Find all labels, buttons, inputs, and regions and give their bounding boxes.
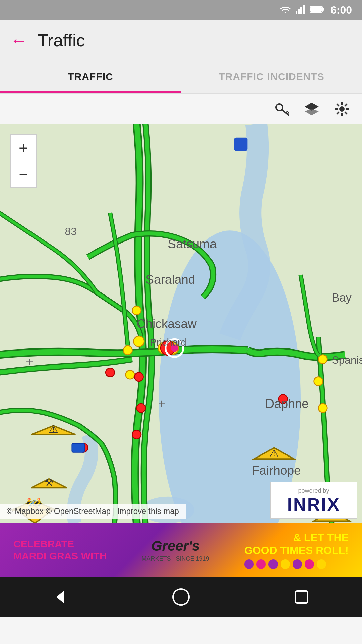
layers-button[interactable] bbox=[298, 96, 325, 122]
ad-brand: Greer's bbox=[151, 538, 200, 554]
svg-rect-3 bbox=[303, 5, 305, 14]
svg-point-36 bbox=[106, 368, 114, 377]
tab-traffic-incidents[interactable]: TRAFFIC INCIDENTS bbox=[181, 60, 362, 93]
svg-rect-71 bbox=[296, 591, 308, 603]
svg-text:Prichard: Prichard bbox=[150, 337, 186, 348]
battery-icon bbox=[310, 6, 324, 14]
header: ← Traffic bbox=[0, 20, 362, 60]
svg-text:Bay: Bay bbox=[332, 291, 352, 304]
svg-point-13 bbox=[339, 106, 345, 112]
map-container[interactable]: Satsuma Saraland Chickasaw Prichard Daph… bbox=[0, 124, 362, 523]
svg-point-39 bbox=[132, 430, 141, 439]
svg-text:+: + bbox=[26, 355, 33, 369]
status-icons bbox=[280, 5, 324, 15]
page-title: Traffic bbox=[38, 30, 85, 50]
ad-subtitle: MARKETS · SINCE 1919 bbox=[142, 555, 209, 562]
svg-line-20 bbox=[345, 104, 347, 106]
svg-point-28 bbox=[126, 370, 134, 379]
svg-rect-68 bbox=[234, 138, 248, 151]
svg-marker-69 bbox=[56, 590, 64, 604]
svg-point-25 bbox=[134, 336, 144, 347]
ad-beads bbox=[244, 559, 349, 569]
svg-point-38 bbox=[137, 404, 145, 412]
signal-icon bbox=[296, 5, 305, 15]
svg-rect-41 bbox=[72, 443, 84, 452]
svg-point-27 bbox=[123, 346, 132, 355]
svg-text:Chickasaw: Chickasaw bbox=[137, 317, 197, 331]
svg-line-19 bbox=[345, 112, 347, 114]
svg-text:Fairhope: Fairhope bbox=[252, 463, 301, 477]
nav-home-button[interactable] bbox=[168, 584, 194, 610]
svg-rect-0 bbox=[296, 11, 297, 14]
bead-gold bbox=[281, 559, 290, 569]
svg-line-21 bbox=[337, 112, 339, 114]
ad-right: & LET THE GOOD TIMES ROLL! bbox=[244, 531, 349, 569]
svg-text:Daphne: Daphne bbox=[265, 396, 309, 411]
status-bar: 6:00 bbox=[0, 0, 362, 20]
zoom-out-button[interactable]: − bbox=[10, 161, 37, 188]
tabs-container: TRAFFIC TRAFFIC INCIDENTS bbox=[0, 60, 362, 94]
bead-pink2 bbox=[305, 559, 314, 569]
svg-text:+: + bbox=[158, 396, 165, 411]
svg-line-9 bbox=[286, 111, 287, 113]
svg-text:⚒: ⚒ bbox=[45, 477, 53, 488]
svg-marker-12 bbox=[305, 109, 319, 115]
svg-text:Saraland: Saraland bbox=[145, 272, 195, 286]
bead-gold2 bbox=[317, 559, 326, 569]
nav-back-button[interactable] bbox=[47, 584, 74, 610]
bead-purple3 bbox=[293, 559, 302, 569]
ad-right-text: & LET THE GOOD TIMES ROLL! bbox=[244, 531, 349, 557]
ad-left: CELEBRATE MARDI GRAS WITH bbox=[13, 538, 107, 562]
zoom-in-button[interactable]: + bbox=[10, 134, 37, 161]
svg-point-32 bbox=[314, 377, 323, 386]
settings-button[interactable] bbox=[328, 96, 355, 122]
svg-line-8 bbox=[282, 110, 289, 115]
map-attribution: © Mapbox © OpenStreetMap | Improve this … bbox=[0, 504, 186, 519]
inrix-logo: powered by INRIX bbox=[270, 482, 357, 519]
ad-center: Greer's MARKETS · SINCE 1919 bbox=[142, 538, 209, 562]
svg-line-10 bbox=[287, 113, 289, 114]
bead-purple2 bbox=[268, 559, 278, 569]
svg-text:⚠: ⚠ bbox=[49, 423, 58, 435]
key-button[interactable] bbox=[268, 96, 295, 122]
svg-text:⚠: ⚠ bbox=[269, 447, 279, 460]
ad-banner[interactable]: CELEBRATE MARDI GRAS WITH Greer's MARKET… bbox=[0, 523, 362, 577]
zoom-controls: + − bbox=[10, 134, 37, 188]
inrix-brand: INRIX bbox=[287, 496, 341, 513]
powered-by-label: powered by bbox=[298, 487, 329, 494]
svg-text:Spanish Fort: Spanish Fort bbox=[332, 354, 362, 366]
svg-text:Satsuma: Satsuma bbox=[168, 237, 217, 251]
status-time: 6:00 bbox=[330, 4, 352, 16]
svg-line-18 bbox=[337, 104, 339, 106]
svg-rect-6 bbox=[310, 7, 322, 12]
svg-point-26 bbox=[132, 306, 141, 315]
ad-line1: CELEBRATE MARDI GRAS WITH bbox=[13, 538, 107, 562]
back-button[interactable]: ← bbox=[10, 32, 27, 49]
svg-point-33 bbox=[318, 404, 327, 412]
toolbar bbox=[0, 94, 362, 124]
nav-bar bbox=[0, 577, 362, 617]
nav-recents-button[interactable] bbox=[288, 584, 315, 610]
bead-pink bbox=[256, 559, 266, 569]
svg-point-70 bbox=[173, 589, 189, 605]
svg-rect-2 bbox=[300, 7, 302, 14]
bead-purple bbox=[244, 559, 254, 569]
svg-rect-5 bbox=[322, 8, 324, 11]
tab-traffic[interactable]: TRAFFIC bbox=[0, 60, 181, 93]
wifi-icon bbox=[280, 5, 291, 15]
svg-point-35 bbox=[134, 372, 143, 381]
svg-rect-1 bbox=[298, 9, 300, 14]
svg-text:83: 83 bbox=[65, 225, 77, 237]
svg-point-31 bbox=[318, 355, 327, 364]
